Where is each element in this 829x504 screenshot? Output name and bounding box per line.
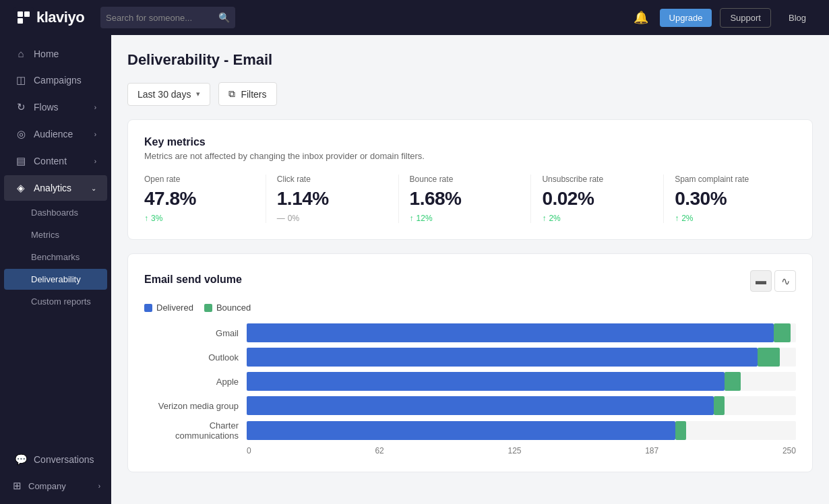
main-content: Deliverability - Email Last 30 days ▾ ⧉ …	[111, 35, 829, 504]
metric-open-rate-label: Open rate	[144, 175, 255, 184]
logo[interactable]: klaviyo	[13, 7, 84, 28]
sidebar-label-flows: Flows	[34, 102, 59, 113]
sidebar: ⌂ Home ◫ Campaigns ↻ Flows › ◎ Audience …	[0, 35, 111, 504]
line-chart-icon: ∿	[781, 275, 790, 288]
metric-unsubscribe-rate-value: 0.02%	[542, 188, 652, 210]
metric-spam-rate-label: Spam complaint rate	[675, 175, 785, 184]
conversations-icon: 💬	[15, 453, 27, 466]
svg-rect-0	[13, 7, 34, 28]
svg-rect-3	[18, 18, 23, 24]
metric-spam-rate-value: 0.30%	[675, 188, 785, 210]
x-axis: 0 62 125 187 250	[144, 446, 796, 455]
line-chart-toggle-button[interactable]: ∿	[774, 270, 796, 292]
legend-dot-delivered	[144, 304, 152, 312]
bar-track	[247, 323, 796, 342]
bar-delivered	[247, 348, 758, 367]
bar-delivered	[247, 372, 725, 391]
bar-row: Charter communications	[144, 420, 796, 441]
sidebar-subitem-benchmarks-label: Benchmarks	[31, 252, 80, 262]
filters-button[interactable]: ⧉ Filters	[218, 82, 276, 106]
metric-bounce-rate: Bounce rate 1.68% ↑ 12%	[399, 175, 532, 223]
support-button[interactable]: Support	[720, 8, 771, 28]
x-axis-label-62: 62	[375, 446, 383, 455]
metric-unsubscribe-rate-label: Unsubscribe rate	[542, 175, 652, 184]
metric-click-rate: Click rate 1.14% — 0%	[266, 175, 399, 223]
company-icon: ⊞	[11, 480, 23, 492]
key-metrics-subtitle: Metrics are not affected by changing the…	[144, 151, 796, 161]
metric-spam-rate: Spam complaint rate 0.30% ↑ 2%	[664, 175, 796, 223]
key-metrics-title: Key metrics	[144, 136, 796, 148]
campaigns-icon: ◫	[15, 74, 27, 86]
bar-row: Outlook	[144, 348, 796, 367]
date-filter-chevron-icon: ▾	[196, 90, 200, 98]
sidebar-subitem-benchmarks[interactable]: Benchmarks	[4, 247, 107, 267]
metric-spam-rate-arrow-icon: ↑	[675, 214, 679, 223]
metric-click-rate-arrow-icon: —	[277, 214, 285, 223]
sidebar-subitem-dashboards[interactable]: Dashboards	[4, 202, 107, 223]
email-volume-chart: GmailOutlookAppleVerizon media groupChar…	[144, 323, 796, 441]
email-volume-card: Email send volume ▬ ∿ Delivered	[127, 253, 813, 472]
metric-open-rate-change-value: 3%	[151, 214, 162, 223]
metric-bounce-rate-value: 1.68%	[410, 188, 520, 210]
audience-chevron-icon: ›	[94, 131, 96, 138]
sidebar-label-content: Content	[34, 156, 67, 166]
sidebar-item-audience[interactable]: ◎ Audience ›	[4, 121, 107, 147]
key-metrics-card: Key metrics Metrics are not affected by …	[127, 119, 813, 240]
logo-text: klaviyo	[36, 9, 84, 26]
upgrade-button[interactable]: Upgrade	[660, 9, 712, 27]
legend-label-bounced: Bounced	[216, 303, 251, 313]
sidebar-item-conversations[interactable]: 💬 Conversations	[4, 447, 107, 472]
metric-bounce-rate-label: Bounce rate	[410, 175, 520, 184]
flows-chevron-icon: ›	[94, 104, 96, 111]
metric-open-rate-arrow-icon: ↑	[144, 214, 148, 223]
sidebar-item-flows[interactable]: ↻ Flows ›	[4, 94, 107, 120]
sidebar-subitem-deliverability[interactable]: Deliverability	[4, 269, 107, 290]
notifications-icon[interactable]: 🔔	[630, 7, 652, 28]
search-icon[interactable]: 🔍	[218, 12, 230, 23]
bar-track	[247, 421, 796, 440]
bar-row: Apple	[144, 372, 796, 391]
filters-label: Filters	[241, 89, 266, 100]
sidebar-item-content[interactable]: ▤ Content ›	[4, 148, 107, 174]
sidebar-subitem-custom-reports[interactable]: Custom reports	[4, 291, 107, 312]
chart-toggle-group: ▬ ∿	[750, 270, 796, 292]
bar-delivered	[247, 323, 774, 342]
analytics-chevron-icon: ⌄	[91, 185, 96, 192]
chart-legend: Delivered Bounced	[144, 303, 796, 313]
sidebar-subitem-dashboards-label: Dashboards	[31, 208, 78, 218]
content-icon: ▤	[15, 155, 27, 167]
sidebar-subitem-metrics-label: Metrics	[31, 230, 59, 240]
metric-bounce-rate-change-value: 12%	[417, 214, 433, 223]
company-chevron-icon: ›	[98, 482, 100, 490]
search-box[interactable]: 🔍	[100, 7, 235, 28]
metrics-grid: Open rate 47.8% ↑ 3% Click rate 1.14% — …	[144, 175, 796, 223]
x-axis-label-0: 0	[247, 446, 251, 455]
toolbar: Last 30 days ▾ ⧉ Filters	[127, 82, 813, 106]
date-filter-button[interactable]: Last 30 days ▾	[127, 83, 210, 106]
metric-click-rate-change: — 0%	[277, 214, 388, 223]
sidebar-subitem-metrics[interactable]: Metrics	[4, 224, 107, 245]
sidebar-label-campaigns: Campaigns	[34, 75, 82, 86]
sidebar-item-analytics[interactable]: ◈ Analytics ⌄	[4, 175, 107, 201]
search-input[interactable]	[106, 13, 218, 23]
bar-bounced	[714, 396, 725, 415]
top-navigation: klaviyo 🔍 🔔 Upgrade Support Blog	[0, 0, 829, 35]
bar-chart-toggle-button[interactable]: ▬	[750, 270, 772, 292]
sidebar-item-campaigns[interactable]: ◫ Campaigns	[4, 67, 107, 93]
bar-label: Apple	[144, 377, 239, 387]
klaviyo-logo-icon	[13, 7, 34, 28]
blog-button[interactable]: Blog	[779, 9, 816, 27]
x-axis-label-187: 187	[645, 446, 658, 455]
metric-unsubscribe-rate: Unsubscribe rate 0.02% ↑ 2%	[531, 175, 664, 223]
metric-open-rate: Open rate 47.8% ↑ 3%	[144, 175, 266, 223]
bar-track	[247, 396, 796, 415]
page-title: Deliverability - Email	[127, 51, 813, 69]
sidebar-item-company[interactable]: ⊞ Company ›	[0, 473, 111, 499]
bar-delivered	[247, 421, 675, 440]
sidebar-subitem-custom-reports-label: Custom reports	[31, 296, 91, 307]
flows-icon: ↻	[15, 101, 27, 113]
legend-item-delivered: Delivered	[144, 303, 193, 313]
metric-spam-rate-change-value: 2%	[681, 214, 693, 223]
sidebar-item-home[interactable]: ⌂ Home	[4, 41, 107, 66]
metric-unsubscribe-rate-change-value: 2%	[549, 214, 560, 223]
